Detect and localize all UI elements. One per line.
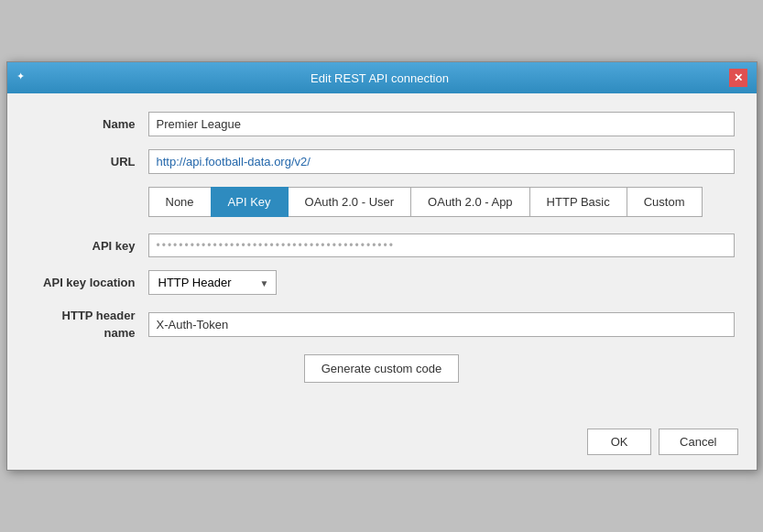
tab-oauth-app[interactable]: OAuth 2.0 - App (410, 187, 530, 217)
auth-tabs: None API Key OAuth 2.0 - User OAuth 2.0 … (148, 187, 735, 217)
tab-oauth-user[interactable]: OAuth 2.0 - User (288, 187, 412, 217)
close-button[interactable]: ✕ (729, 69, 747, 87)
dialog-title: Edit REST API connection (31, 71, 729, 85)
tab-api-key[interactable]: API Key (211, 187, 289, 217)
dialog-body: Name URL None API Key OAuth 2.0 - User O… (7, 93, 757, 418)
api-key-location-select[interactable]: HTTP Header Query Parameter (148, 270, 277, 295)
api-key-location-dropdown-wrapper: HTTP Header Query Parameter ▼ (148, 270, 277, 295)
tab-custom[interactable]: Custom (627, 187, 703, 217)
api-key-location-label: API key location (29, 276, 148, 289)
http-header-name-row: HTTP headername (29, 308, 735, 341)
tab-http-basic[interactable]: HTTP Basic (529, 187, 627, 217)
api-key-input[interactable] (148, 233, 735, 257)
api-key-label: API key (29, 239, 148, 253)
url-input[interactable] (148, 149, 735, 174)
http-header-name-input[interactable] (148, 312, 735, 337)
url-label: URL (29, 155, 148, 168)
cancel-button[interactable]: Cancel (659, 429, 737, 455)
http-header-name-label: HTTP headername (29, 308, 148, 341)
ok-button[interactable]: OK (587, 429, 651, 455)
tab-none[interactable]: None (148, 187, 212, 217)
api-key-row: API key (29, 233, 735, 257)
name-label: Name (29, 117, 148, 131)
generate-custom-code-button[interactable]: Generate custom code (304, 354, 460, 383)
app-icon: ✦ (16, 71, 31, 85)
generate-btn-row: Generate custom code (29, 354, 735, 383)
titlebar: ✦ Edit REST API connection ✕ (7, 62, 757, 93)
dialog: ✦ Edit REST API connection ✕ Name URL No… (6, 61, 758, 470)
name-input[interactable] (148, 112, 735, 136)
dialog-footer: OK Cancel (7, 419, 757, 470)
api-key-location-row: API key location HTTP Header Query Param… (29, 270, 735, 295)
url-row: URL (29, 149, 735, 174)
name-row: Name (29, 112, 735, 136)
